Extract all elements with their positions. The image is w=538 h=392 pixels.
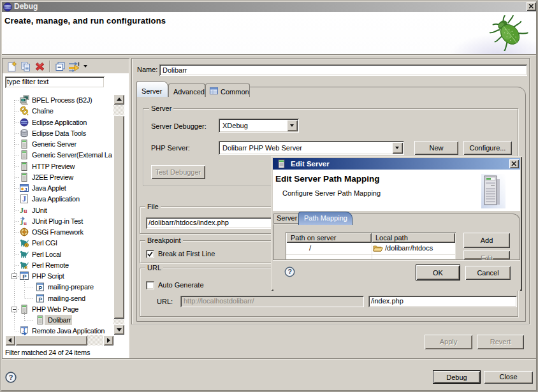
svg-text:?: ?	[9, 374, 13, 381]
svg-text:?: ?	[288, 268, 292, 275]
svg-text:R: R	[25, 265, 28, 270]
svg-text:P: P	[39, 296, 43, 303]
svg-text:J: J	[24, 187, 27, 192]
svg-text:u: u	[24, 220, 27, 226]
svg-text:P: P	[39, 285, 43, 291]
svg-text:J: J	[22, 194, 26, 203]
svg-text:u: u	[24, 207, 27, 214]
